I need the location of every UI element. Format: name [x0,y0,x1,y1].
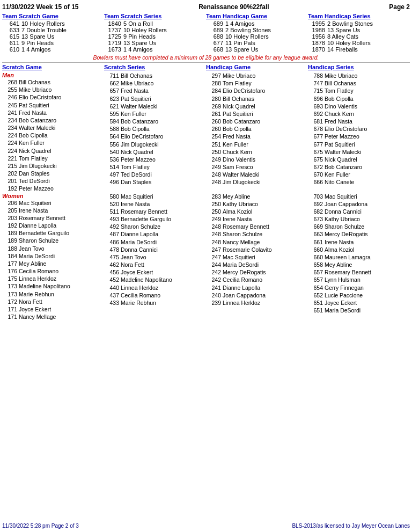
individual-row: 651Maria DeSordi [308,307,409,314]
individual-row: 652Lucie Paccione [308,291,409,299]
team-row: 171913 Spare Us [104,40,204,46]
team-row: 16731 4 Amigos [104,46,204,53]
individual-score: 669 [308,223,323,230]
individual-score: 250 [206,148,221,156]
individual-name: Mey Abline [19,260,103,267]
individual-name: Mey Abline [325,261,409,268]
individual-score: 201 [2,177,17,185]
individual-score: 248 [206,238,221,246]
individual-score: 249 [206,215,221,223]
team-col: 6891 4 Amigos6892 Bowling Stones68810 Ho… [206,20,308,53]
scratch-series-title: Scratch Series [104,64,206,70]
individual-name: Rosemary Bennett [121,208,205,215]
footer-left: 11/30/2022 5:28 pm Page 2 of 3 [2,523,79,529]
team-row: 6892 Bowling Stones [206,27,306,33]
individual-score: 284 [206,87,221,94]
header-page: Page 2 [389,3,410,11]
individual-row: 595Ken Fuller [104,110,205,118]
individual-score: 486 [104,238,119,246]
individual-score: 556 [104,141,119,148]
individual-name: Mercy DeRogatis [223,268,307,276]
individual-row: 288Tom Flatley [206,79,307,87]
individual-score: 595 [104,110,119,118]
individual-score: 248 [206,171,221,178]
individual-name: Bernadette Garguilo [121,215,205,223]
team-row-name: 13 Spare Us [123,40,204,46]
individual-score: 260 [206,118,221,125]
individual-name: Joyce Eckert [325,299,409,307]
individual-row: 242Mercy DeRogatis [206,268,307,276]
team-col: 19952 Bowling Stones198813 Spare Us19568… [308,20,410,53]
individual-score: 241 [206,284,221,291]
individual-row: 188Jean Tovo [2,245,103,252]
individual-row: 221Tom Flatley [2,155,103,162]
individual-row: 623Pat Squitieri [104,95,205,103]
individual-score: 666 [308,178,323,186]
individual-name: Bob Catanzaro [121,118,205,125]
team-row-score: 1870 [308,46,325,53]
individual-name: Bob Cipolla [19,132,103,139]
page-footer: 11/30/2022 5:28 pm Page 2 of 3 BLS-2013/… [2,523,410,529]
individual-score: 692 [308,110,323,118]
individual-name: Mike Ubriaco [325,72,409,79]
team-row: 187810 Holey Rollers [308,40,408,46]
individual-name: Mercy DeRogatis [325,230,409,238]
team-row-name: 9 Pin Heads [21,40,102,46]
individual-name: Jim Dlugokecki [121,141,205,148]
individual-score: 478 [104,246,119,253]
footer-right: BLS-2013/as licensed to Jay Meyer Ocean … [292,523,410,529]
individual-name: Maria DeSordi [121,238,205,246]
individual-score: 171 [2,313,17,320]
individual-score: 188 [2,245,17,252]
scratch-game-title: Scratch Game [2,64,104,70]
individual-row: 242Cecilia Romano [206,276,307,283]
team-row-name: 10 Holey Rollers [225,33,306,40]
team-row: 18405 On a Roll [104,20,204,27]
individual-score: 173 [2,282,17,290]
individual-row: 234Bob Catanzaro [2,116,103,124]
team-row-score: 1737 [104,27,121,33]
individual-score: 437 [104,291,119,299]
individual-name: Donna Cannici [121,246,205,253]
team-row-name: 14 Fireballs [327,46,408,53]
individual-score: 536 [104,156,119,163]
team-row-score: 677 [206,40,223,46]
individual-score: 224 [2,139,17,147]
individual-score: 462 [104,261,119,268]
team-row: 64110 Holey Rollers [2,20,102,27]
individual-row: 248Sharon Schulze [206,230,307,238]
individual-row: 189Sharon Schulze [2,237,103,244]
individual-row: 651Joyce Eckert [308,299,409,307]
team-row-score: 633 [2,27,19,33]
individual-row: 594Bob Catanzaro [104,118,205,125]
individual-row: 202Dan Staples [2,170,103,177]
individual-row: 241Dianne Lapolla [206,284,307,291]
individual-row: 580Mac Squitieri [104,193,205,200]
individual-row: 261Pat Squitieri [206,110,307,118]
team-row-name: 9 Pin Heads [123,33,204,40]
team-row-score: 641 [2,20,19,27]
individual-score: 492 [104,223,119,230]
individual-score: 662 [104,79,119,87]
individual-name: Madeline Napolitano [121,276,205,283]
individual-name: Irene Nasta [19,207,103,214]
individual-score: 440 [104,284,119,291]
individual-score: 269 [206,103,221,110]
team-row: 6891 4 Amigos [206,20,306,27]
individual-row: 662Mike Ubriaco [104,79,205,87]
individual-name: Linnea Herkloz [223,299,307,307]
individual-name: Walter Malecki [325,148,409,156]
team-row-name: 11 Pin Pals [225,40,306,46]
header-date-week: 11/30/2022 Week 15 of 15 [2,3,79,11]
individual-score: 658 [308,261,323,268]
individual-score: 675 [308,148,323,156]
individual-row: 703Mac Squitieri [308,193,409,200]
individual-score: 654 [308,284,323,291]
individual-score: 564 [104,133,119,140]
team-scores-grid: 64110 Holey Rollers6337 Double Trouble61… [2,20,410,53]
individual-score: 657 [104,87,119,94]
divider [2,62,410,63]
individual-row: 452Madeline Napolitano [104,276,205,283]
team-row-name: 1 4 Amigos [225,20,306,27]
individual-row: 677Peter Mazzeo [308,133,409,140]
